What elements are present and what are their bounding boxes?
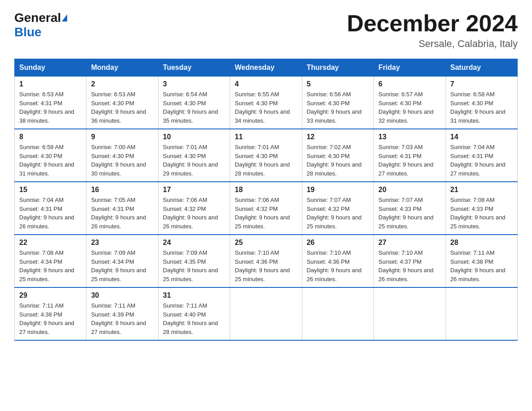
table-row: 27 Sunrise: 7:10 AMSunset: 4:37 PMDaylig… [374, 235, 446, 287]
logo-blue: Blue [14, 25, 42, 39]
table-row: 3 Sunrise: 6:54 AMSunset: 4:30 PMDayligh… [158, 77, 230, 129]
page-header: General Blue December 2024 Sersale, Cala… [14, 11, 518, 50]
day-info: Sunrise: 7:07 AMSunset: 4:33 PMDaylight:… [378, 197, 433, 230]
day-number: 21 [450, 186, 513, 194]
day-number: 23 [91, 239, 153, 247]
day-info: Sunrise: 6:55 AMSunset: 4:30 PMDaylight:… [235, 91, 290, 124]
day-number: 19 [307, 186, 369, 194]
calendar-table: Sunday Monday Tuesday Wednesday Thursday… [14, 59, 518, 341]
table-row: 30 Sunrise: 7:11 AMSunset: 4:39 PMDaylig… [86, 287, 158, 340]
table-row: 29 Sunrise: 7:11 AMSunset: 4:38 PMDaylig… [15, 287, 86, 340]
table-row: 13 Sunrise: 7:03 AMSunset: 4:31 PMDaylig… [374, 129, 446, 182]
day-number: 8 [19, 133, 82, 141]
day-number: 5 [307, 80, 369, 88]
day-number: 28 [450, 239, 513, 247]
day-info: Sunrise: 7:01 AMSunset: 4:30 PMDaylight:… [235, 144, 290, 177]
day-info: Sunrise: 7:10 AMSunset: 4:36 PMDaylight:… [235, 249, 290, 283]
day-number: 31 [163, 291, 225, 300]
day-info: Sunrise: 7:03 AMSunset: 4:31 PMDaylight:… [378, 144, 433, 177]
day-info: Sunrise: 7:01 AMSunset: 4:30 PMDaylight:… [163, 144, 218, 177]
day-info: Sunrise: 6:54 AMSunset: 4:30 PMDaylight:… [163, 91, 218, 124]
day-info: Sunrise: 7:09 AMSunset: 4:34 PMDaylight:… [91, 249, 146, 283]
col-saturday: Saturday [446, 59, 517, 77]
table-row: 16 Sunrise: 7:05 AMSunset: 4:31 PMDaylig… [86, 182, 158, 235]
day-number: 17 [163, 186, 225, 194]
table-row: 20 Sunrise: 7:07 AMSunset: 4:33 PMDaylig… [374, 182, 446, 235]
table-row: 21 Sunrise: 7:08 AMSunset: 4:33 PMDaylig… [446, 182, 517, 235]
day-info: Sunrise: 7:08 AMSunset: 4:34 PMDaylight:… [19, 249, 74, 283]
day-number: 3 [163, 80, 225, 88]
day-info: Sunrise: 7:11 AMSunset: 4:38 PMDaylight:… [450, 249, 506, 283]
day-info: Sunrise: 7:07 AMSunset: 4:32 PMDaylight:… [307, 197, 362, 230]
table-row: 4 Sunrise: 6:55 AMSunset: 4:30 PMDayligh… [230, 77, 302, 129]
logo-general: General [14, 11, 61, 25]
col-tuesday: Tuesday [158, 59, 230, 77]
day-info: Sunrise: 7:06 AMSunset: 4:32 PMDaylight:… [163, 197, 218, 230]
table-row: 17 Sunrise: 7:06 AMSunset: 4:32 PMDaylig… [158, 182, 230, 235]
day-number: 11 [235, 133, 297, 141]
calendar-subtitle: Sersale, Calabria, Italy [347, 38, 518, 50]
day-number: 22 [19, 239, 82, 247]
table-row: 2 Sunrise: 6:53 AMSunset: 4:30 PMDayligh… [86, 77, 158, 129]
day-number: 6 [378, 80, 441, 88]
day-info: Sunrise: 6:58 AMSunset: 4:30 PMDaylight:… [450, 91, 506, 124]
table-row [446, 287, 517, 340]
day-info: Sunrise: 7:11 AMSunset: 4:40 PMDaylight:… [163, 302, 218, 335]
day-number: 20 [378, 186, 441, 194]
table-row: 5 Sunrise: 6:56 AMSunset: 4:30 PMDayligh… [302, 77, 373, 129]
day-info: Sunrise: 7:06 AMSunset: 4:32 PMDaylight:… [235, 197, 290, 230]
day-number: 2 [91, 80, 153, 88]
calendar-body: 1 Sunrise: 6:53 AMSunset: 4:31 PMDayligh… [15, 77, 518, 341]
day-number: 9 [91, 133, 153, 141]
col-wednesday: Wednesday [230, 59, 302, 77]
day-number: 27 [378, 239, 441, 247]
day-info: Sunrise: 7:04 AMSunset: 4:31 PMDaylight:… [19, 197, 74, 230]
table-row: 19 Sunrise: 7:07 AMSunset: 4:32 PMDaylig… [302, 182, 373, 235]
calendar-title: December 2024 [347, 11, 518, 36]
day-number: 25 [235, 239, 297, 247]
day-number: 16 [91, 186, 153, 194]
table-row: 15 Sunrise: 7:04 AMSunset: 4:31 PMDaylig… [15, 182, 86, 235]
day-number: 29 [19, 291, 82, 300]
day-number: 10 [163, 133, 225, 141]
day-info: Sunrise: 7:08 AMSunset: 4:33 PMDaylight:… [450, 197, 506, 230]
day-info: Sunrise: 6:57 AMSunset: 4:30 PMDaylight:… [378, 91, 433, 124]
day-info: Sunrise: 7:11 AMSunset: 4:38 PMDaylight:… [19, 302, 74, 335]
table-row: 25 Sunrise: 7:10 AMSunset: 4:36 PMDaylig… [230, 235, 302, 287]
day-number: 14 [450, 133, 513, 141]
day-info: Sunrise: 7:09 AMSunset: 4:35 PMDaylight:… [163, 249, 218, 283]
day-number: 15 [19, 186, 82, 194]
calendar-header: Sunday Monday Tuesday Wednesday Thursday… [15, 59, 518, 77]
day-number: 7 [450, 80, 513, 88]
day-number: 26 [307, 239, 369, 247]
table-row: 8 Sunrise: 6:59 AMSunset: 4:30 PMDayligh… [15, 129, 86, 182]
table-row: 14 Sunrise: 7:04 AMSunset: 4:31 PMDaylig… [446, 129, 517, 182]
table-row [374, 287, 446, 340]
day-info: Sunrise: 7:02 AMSunset: 4:30 PMDaylight:… [307, 144, 362, 177]
col-sunday: Sunday [15, 59, 86, 77]
table-row: 12 Sunrise: 7:02 AMSunset: 4:30 PMDaylig… [302, 129, 373, 182]
table-row: 9 Sunrise: 7:00 AMSunset: 4:30 PMDayligh… [86, 129, 158, 182]
table-row: 28 Sunrise: 7:11 AMSunset: 4:38 PMDaylig… [446, 235, 517, 287]
day-info: Sunrise: 7:05 AMSunset: 4:31 PMDaylight:… [91, 197, 146, 230]
table-row [302, 287, 373, 340]
col-thursday: Thursday [302, 59, 373, 77]
table-row: 7 Sunrise: 6:58 AMSunset: 4:30 PMDayligh… [446, 77, 517, 129]
day-number: 13 [378, 133, 441, 141]
day-number: 24 [163, 239, 225, 247]
table-row: 22 Sunrise: 7:08 AMSunset: 4:34 PMDaylig… [15, 235, 86, 287]
day-number: 4 [235, 80, 297, 88]
col-monday: Monday [86, 59, 158, 77]
table-row [230, 287, 302, 340]
day-info: Sunrise: 6:56 AMSunset: 4:30 PMDaylight:… [307, 91, 362, 124]
table-row: 23 Sunrise: 7:09 AMSunset: 4:34 PMDaylig… [86, 235, 158, 287]
day-info: Sunrise: 7:10 AMSunset: 4:37 PMDaylight:… [378, 249, 433, 283]
table-row: 18 Sunrise: 7:06 AMSunset: 4:32 PMDaylig… [230, 182, 302, 235]
logo: General Blue [14, 11, 67, 39]
table-row: 26 Sunrise: 7:10 AMSunset: 4:36 PMDaylig… [302, 235, 373, 287]
day-info: Sunrise: 6:59 AMSunset: 4:30 PMDaylight:… [19, 144, 74, 177]
day-info: Sunrise: 6:53 AMSunset: 4:30 PMDaylight:… [91, 91, 146, 124]
title-block: December 2024 Sersale, Calabria, Italy [347, 11, 518, 50]
day-info: Sunrise: 7:11 AMSunset: 4:39 PMDaylight:… [91, 302, 146, 335]
day-info: Sunrise: 7:10 AMSunset: 4:36 PMDaylight:… [307, 249, 362, 283]
